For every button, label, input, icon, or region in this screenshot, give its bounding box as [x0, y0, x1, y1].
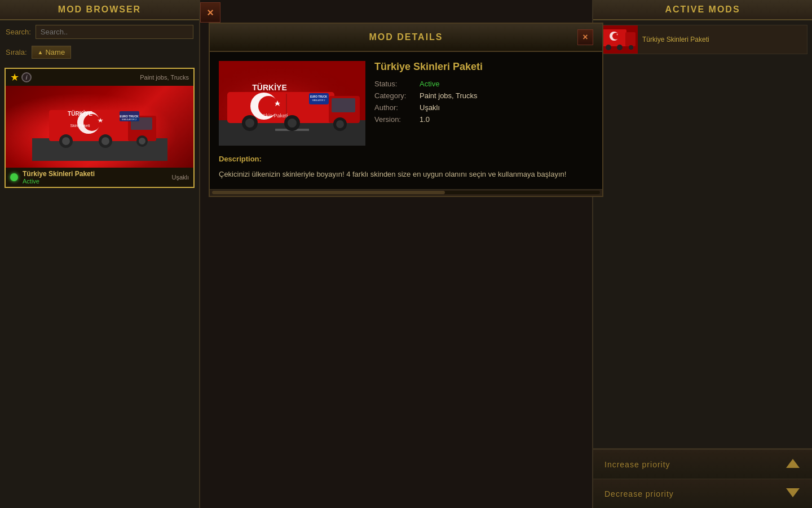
close-icon: ×: [582, 32, 588, 42]
mod-detail-top: EURO TRUCK SIMULATOR 2 TÜRKİYE Skin Pake…: [219, 61, 593, 146]
mod-details-dialog: MOD DETAILS ×: [209, 23, 603, 197]
svg-rect-20: [625, 32, 636, 46]
svg-point-5: [62, 137, 70, 145]
priority-down-icon: [785, 485, 801, 502]
description-text: Çekicinizi ülkenizin skinleriyle boyayın…: [219, 169, 593, 180]
mod-thumbnail: EURO TRUCK SIMULATOR 2 TÜRKİYE Skin Pake…: [6, 86, 193, 168]
mod-status-text: Active: [23, 178, 171, 185]
search-label: Search:: [6, 28, 31, 36]
status-row: Status: Active: [374, 80, 593, 88]
list-item[interactable]: Türkiye Skinleri Paketi: [598, 25, 807, 54]
svg-rect-35: [332, 98, 355, 112]
mod-tags: Paint jobs, Trucks: [140, 74, 189, 81]
status-label: Status:: [374, 80, 420, 88]
svg-text:EURO TRUCK: EURO TRUCK: [310, 95, 328, 98]
svg-point-50: [336, 120, 344, 128]
list-item[interactable]: ★ i Paint jobs, Trucks: [5, 68, 195, 188]
mod-item-footer: Türkiye Skinleri Paketi Active Uşaklı: [6, 168, 193, 187]
truck-image-svg: EURO TRUCK SIMULATOR 2 TÜRKİYE Skin Pake…: [32, 93, 167, 161]
mod-name: Türkiye Skinleri Paketi: [23, 170, 171, 178]
category-row: Category: Paint jobs, Trucks: [374, 91, 593, 100]
dialog-content: EURO TRUCK SIMULATOR 2 TÜRKİYE Skin Pake…: [210, 52, 602, 189]
mod-detail-svg: EURO TRUCK SIMULATOR 2 TÜRKİYE Skin Pake…: [219, 61, 365, 146]
mod-detail-image-inner: EURO TRUCK SIMULATOR 2 TÜRKİYE Skin Pake…: [219, 61, 365, 146]
active-mods-title: ACTIVE MODS: [665, 5, 740, 14]
increase-priority-label: Increase priority: [604, 460, 670, 469]
svg-text:SIMULATOR 2: SIMULATOR 2: [121, 118, 136, 121]
info-table: Status: Active Category: Paint jobs, Tru…: [374, 80, 593, 124]
svg-point-23: [629, 45, 633, 50]
svg-point-22: [617, 45, 623, 50]
svg-text:Skin Paketi: Skin Paketi: [70, 124, 90, 128]
sort-value: Name: [45, 48, 65, 56]
svg-text:TÜRKİYE: TÜRKİYE: [252, 83, 286, 92]
author-label: Author:: [374, 103, 420, 112]
svg-text:SIMULATOR 2: SIMULATOR 2: [312, 99, 325, 102]
active-mod-thumb-svg: [598, 25, 638, 54]
mod-detail-info: Türkiye Skinleri Paketi Status: Active C…: [374, 61, 593, 146]
scrollbar-track: [212, 191, 600, 194]
svg-text:Skin Paketi: Skin Paketi: [262, 113, 288, 119]
version-label: Version:: [374, 115, 420, 124]
svg-marker-27: [786, 459, 800, 468]
priority-buttons: Increase priority Decrease priority: [593, 448, 812, 508]
mod-info: Türkiye Skinleri Paketi Active: [18, 170, 171, 185]
mod-item-icons: ★ i: [10, 71, 32, 84]
author-row: Author: Uşaklı: [374, 103, 593, 112]
close-icon: ×: [207, 6, 214, 19]
sort-row: Sırala: ▲ Name: [0, 43, 199, 63]
mod-author: Uşaklı: [171, 174, 189, 181]
dialog-close-button[interactable]: ×: [577, 29, 593, 45]
decrease-priority-button[interactable]: Decrease priority: [593, 479, 812, 508]
active-mod-list: Türkiye Skinleri Paketi: [593, 20, 812, 448]
priority-up-icon: [785, 456, 801, 473]
svg-point-21: [606, 45, 611, 50]
scrollbar-thumb: [212, 191, 445, 194]
mod-browser-title: MOD BROWSER: [58, 5, 141, 14]
svg-point-7: [102, 137, 109, 145]
increase-priority-button[interactable]: Increase priority: [593, 449, 812, 479]
mod-browser-panel: MOD BROWSER Search: Sırala: ▲ Name ★ i: [0, 0, 200, 508]
svg-point-48: [288, 119, 297, 128]
info-icon[interactable]: i: [21, 72, 32, 82]
sort-arrow-icon: ▲: [38, 49, 43, 55]
author-value: Uşaklı: [420, 103, 440, 112]
search-row: Search:: [0, 20, 199, 43]
dialog-title: MOD DETAILS: [235, 32, 577, 42]
active-mods-header: ACTIVE MODS: [593, 0, 812, 20]
active-mod-thumb: [598, 25, 638, 54]
version-row: Version: 1.0: [374, 115, 593, 124]
mod-thumbnail-inner: EURO TRUCK SIMULATOR 2 TÜRKİYE Skin Pake…: [6, 86, 193, 168]
svg-point-25: [612, 33, 619, 40]
description-section: Description: Çekicinizi ülkenizin skinle…: [219, 155, 593, 180]
mod-item-header: ★ i Paint jobs, Trucks: [6, 69, 193, 86]
category-value: Paint jobs, Trucks: [420, 91, 478, 100]
mod-browser-header: MOD BROWSER: [0, 0, 199, 20]
status-dot: [10, 173, 18, 181]
search-input[interactable]: [36, 25, 193, 39]
category-label: Category:: [374, 91, 420, 100]
svg-point-46: [245, 119, 254, 128]
sort-label: Sırala:: [6, 48, 27, 56]
mod-list: ★ i Paint jobs, Trucks: [0, 63, 199, 508]
mod-browser-close-button[interactable]: ×: [200, 2, 220, 23]
dialog-scrollbar[interactable]: [210, 189, 602, 196]
description-label: Description:: [219, 155, 593, 163]
status-value: Active: [420, 80, 439, 88]
version-value: 1.0: [420, 115, 430, 124]
dialog-header: MOD DETAILS ×: [210, 24, 602, 52]
active-mods-panel: ACTIVE MODS Türki: [592, 0, 812, 508]
mod-detail-title: Türkiye Skinleri Paketi: [374, 61, 593, 73]
svg-rect-40: [309, 93, 329, 104]
active-mod-name: Türkiye Skinleri Paketi: [638, 36, 807, 43]
svg-point-9: [139, 138, 145, 144]
star-icon: ★: [10, 71, 19, 84]
svg-marker-28: [786, 488, 800, 497]
mod-detail-image: EURO TRUCK SIMULATOR 2 TÜRKİYE Skin Pake…: [219, 61, 365, 146]
svg-text:TÜRKİYE: TÜRKİYE: [68, 110, 92, 117]
sort-button[interactable]: ▲ Name: [32, 46, 72, 59]
decrease-priority-label: Decrease priority: [604, 489, 674, 498]
